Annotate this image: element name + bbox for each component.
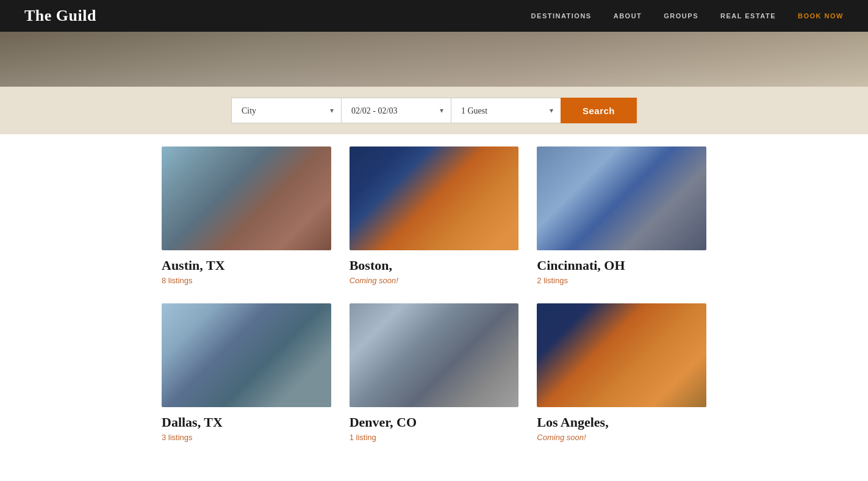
city-image-austin bbox=[162, 146, 331, 250]
city-info-losangeles: Los Angeles,Coming soon! bbox=[537, 407, 706, 442]
navbar: The Guild DESTINATIONS ABOUT GROUPS REAL… bbox=[0, 0, 868, 32]
nav-book-now[interactable]: BOOK NOW bbox=[798, 12, 844, 20]
city-info-dallas: Dallas, TX3 listings bbox=[162, 407, 331, 442]
city-image-cincinnati bbox=[537, 146, 706, 250]
city-name-austin: Austin, TX bbox=[162, 258, 331, 273]
city-card-cincinnati[interactable]: Cincinnati, OH2 listings bbox=[537, 146, 706, 285]
nav-real-estate[interactable]: REAL ESTATE bbox=[720, 12, 776, 20]
guest-select[interactable]: 1 Guest 2 Guests 3 Guests 4 Guests bbox=[451, 98, 561, 123]
city-image-dallas bbox=[162, 303, 331, 407]
city-listings-denver: 1 listing bbox=[350, 433, 519, 442]
nav-links: DESTINATIONS ABOUT GROUPS REAL ESTATE BO… bbox=[531, 12, 844, 20]
search-button[interactable]: Search bbox=[561, 98, 637, 123]
city-coming-soon-losangeles: Coming soon! bbox=[537, 433, 706, 442]
search-bar: City Austin, TX Boston Cincinnati, OH Da… bbox=[0, 87, 868, 134]
hero-banner bbox=[0, 32, 868, 87]
city-card-losangeles[interactable]: Los Angeles,Coming soon! bbox=[537, 303, 706, 442]
nav-about[interactable]: ABOUT bbox=[614, 12, 642, 20]
city-listings-dallas: 3 listings bbox=[162, 433, 331, 442]
city-select[interactable]: City Austin, TX Boston Cincinnati, OH Da… bbox=[231, 98, 341, 123]
city-listings-cincinnati: 2 listings bbox=[537, 276, 706, 285]
city-name-losangeles: Los Angeles, bbox=[537, 414, 706, 430]
city-card-austin[interactable]: Austin, TX8 listings bbox=[162, 146, 331, 285]
city-info-boston: Boston,Coming soon! bbox=[350, 250, 519, 285]
city-select-wrapper: City Austin, TX Boston Cincinnati, OH Da… bbox=[231, 98, 341, 123]
city-card-dallas[interactable]: Dallas, TX3 listings bbox=[162, 303, 331, 442]
city-image-boston bbox=[350, 146, 519, 250]
city-info-denver: Denver, CO1 listing bbox=[350, 407, 519, 442]
city-name-cincinnati: Cincinnati, OH bbox=[537, 258, 706, 273]
city-info-austin: Austin, TX8 listings bbox=[162, 250, 331, 285]
city-image-losangeles bbox=[537, 303, 706, 407]
city-info-cincinnati: Cincinnati, OH2 listings bbox=[537, 250, 706, 285]
city-listings-austin: 8 listings bbox=[162, 276, 331, 285]
nav-destinations[interactable]: DESTINATIONS bbox=[531, 12, 592, 20]
date-select-wrapper: 02/02 - 02/03 bbox=[341, 98, 451, 123]
city-image-denver bbox=[350, 303, 519, 407]
site-logo[interactable]: The Guild bbox=[24, 7, 96, 25]
nav-groups[interactable]: GROUPS bbox=[664, 12, 698, 20]
hero-background bbox=[0, 32, 868, 87]
city-card-boston[interactable]: Boston,Coming soon! bbox=[350, 146, 519, 285]
city-grid: Austin, TX8 listingsBoston,Coming soon!C… bbox=[0, 134, 868, 454]
city-name-dallas: Dallas, TX bbox=[162, 414, 331, 430]
guest-select-wrapper: 1 Guest 2 Guests 3 Guests 4 Guests bbox=[451, 98, 561, 123]
city-coming-soon-boston: Coming soon! bbox=[350, 276, 519, 285]
city-name-denver: Denver, CO bbox=[350, 414, 519, 430]
city-card-denver[interactable]: Denver, CO1 listing bbox=[350, 303, 519, 442]
city-name-boston: Boston, bbox=[350, 258, 519, 273]
date-select[interactable]: 02/02 - 02/03 bbox=[341, 98, 451, 123]
